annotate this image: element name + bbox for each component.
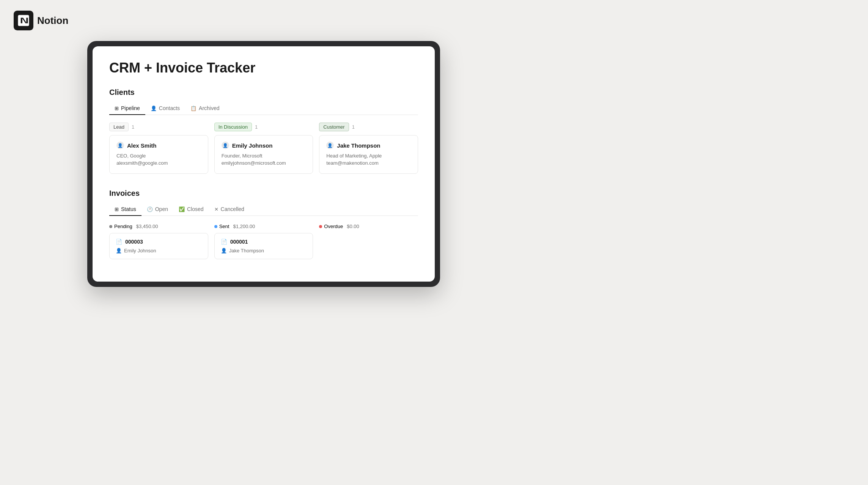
invoice-client-icon: 👤	[116, 248, 122, 254]
client-email-jake: team@makenotion.com	[326, 160, 411, 166]
column-lead-header: Lead 1	[109, 123, 208, 131]
device-frame: CRM + Invoice Tracker Clients ⊞ Pipeline…	[87, 41, 440, 287]
app-name: Notion	[37, 15, 68, 27]
pending-status-badge: Pending	[109, 224, 132, 229]
clients-tabs: ⊞ Pipeline 👤 Contacts 📋 Archived	[109, 102, 418, 115]
tab-pipeline-label: Pipeline	[121, 105, 140, 111]
invoice-tab-cancelled[interactable]: ✕ Cancelled	[209, 203, 250, 216]
invoice-tab-open-label: Open	[155, 206, 168, 212]
column-lead-label: Lead	[109, 123, 129, 131]
overdue-status-badge: Overdue	[319, 224, 343, 229]
contacts-tab-icon: 👤	[151, 106, 157, 111]
invoice-card-000003[interactable]: 📄 000003 👤 Emily Johnson	[109, 233, 208, 259]
pipeline-columns: Lead 1 👤 Alex Smith CEO, Google alexsmit…	[109, 123, 418, 174]
invoices-section-title: Invoices	[109, 189, 418, 198]
invoice-columns: Pending $3,450.00 📄 000003 👤 Emily	[109, 224, 418, 259]
archived-tab-icon: 📋	[190, 106, 197, 111]
client-name-emily: 👤 Emily Johnson	[222, 142, 306, 149]
column-customer: Customer 1 👤 Jake Thompson Head of Marke…	[319, 123, 418, 174]
sent-status-badge: Sent	[214, 224, 230, 229]
client-title-jake: Head of Marketing, Apple	[326, 153, 411, 159]
invoice-card-000001[interactable]: 📄 000001 👤 Jake Thompson	[214, 233, 313, 259]
client-avatar-emily: 👤	[222, 142, 229, 149]
pending-column-header: Pending $3,450.00	[109, 224, 208, 229]
invoices-section: Invoices ⊞ Status 🕐 Open ✅ Closed	[109, 189, 418, 259]
clients-section-title: Clients	[109, 88, 418, 97]
column-discussion-count: 1	[255, 124, 258, 130]
column-customer-header: Customer 1	[319, 123, 418, 131]
pending-status-label: Pending	[114, 224, 132, 229]
invoice-column-overdue: Overdue $0.00	[319, 224, 418, 259]
overdue-amount: $0.00	[347, 224, 359, 229]
pipeline-tab-icon: ⊞	[115, 106, 119, 111]
overdue-column-header: Overdue $0.00	[319, 224, 418, 229]
tab-contacts[interactable]: 👤 Contacts	[145, 102, 185, 115]
invoice-client-emily: 👤 Emily Johnson	[116, 248, 202, 254]
client-card-jake[interactable]: 👤 Jake Thompson Head of Marketing, Apple…	[319, 135, 418, 174]
client-name-alex: 👤 Alex Smith	[116, 142, 201, 149]
tab-archived-label: Archived	[199, 105, 219, 111]
status-tab-icon: ⊞	[115, 206, 119, 212]
sent-amount: $1,200.00	[233, 224, 255, 229]
notion-logo: Notion	[0, 0, 82, 41]
tab-contacts-label: Contacts	[159, 105, 180, 111]
invoice-tab-open[interactable]: 🕐 Open	[142, 203, 173, 216]
invoice-tab-status-label: Status	[121, 206, 136, 212]
column-customer-label: Customer	[319, 123, 349, 131]
client-avatar-alex: 👤	[116, 142, 124, 149]
invoice-tab-status[interactable]: ⊞ Status	[109, 203, 142, 216]
client-title-alex: CEO, Google	[116, 153, 201, 159]
closed-tab-icon: ✅	[179, 206, 185, 212]
client-card-alex[interactable]: 👤 Alex Smith CEO, Google alexsmith@googl…	[109, 135, 208, 174]
clients-section: Clients ⊞ Pipeline 👤 Contacts 📋 Archived	[109, 88, 418, 174]
client-title-emily: Founder, Microsoft	[222, 153, 306, 159]
column-lead-count: 1	[132, 124, 134, 130]
pending-status-dot	[109, 225, 112, 228]
invoice-number-000003: 📄 000003	[116, 239, 202, 245]
invoice-tabs: ⊞ Status 🕐 Open ✅ Closed ✕ Cancelled	[109, 203, 418, 216]
column-customer-count: 1	[352, 124, 355, 130]
device-screen: CRM + Invoice Tracker Clients ⊞ Pipeline…	[93, 46, 435, 282]
invoice-client-jake: 👤 Jake Thompson	[221, 248, 307, 254]
main-content: CRM + Invoice Tracker Clients ⊞ Pipeline…	[93, 46, 435, 273]
tab-pipeline[interactable]: ⊞ Pipeline	[109, 102, 145, 115]
client-avatar-jake: 👤	[326, 142, 334, 149]
client-card-emily[interactable]: 👤 Emily Johnson Founder, Microsoft emily…	[214, 135, 313, 174]
invoice-client-icon-2: 👤	[221, 248, 227, 254]
sent-status-label: Sent	[219, 224, 230, 229]
overdue-status-dot	[319, 225, 322, 228]
invoice-tab-closed-label: Closed	[187, 206, 204, 212]
pending-amount: $3,450.00	[136, 224, 158, 229]
invoice-tab-cancelled-label: Cancelled	[221, 206, 244, 212]
invoice-column-pending: Pending $3,450.00 📄 000003 👤 Emily	[109, 224, 208, 259]
client-name-jake: 👤 Jake Thompson	[326, 142, 411, 149]
column-lead: Lead 1 👤 Alex Smith CEO, Google alexsmit…	[109, 123, 208, 174]
tab-archived[interactable]: 📋 Archived	[185, 102, 225, 115]
sent-status-dot	[214, 225, 217, 228]
notion-logo-icon	[14, 11, 33, 30]
invoice-doc-icon-2: 📄	[221, 239, 227, 245]
client-email-emily: emilyjohnson@microsoft.com	[222, 160, 306, 166]
invoice-doc-icon: 📄	[116, 239, 122, 245]
open-tab-icon: 🕐	[147, 206, 153, 212]
column-in-discussion: In Discussion 1 👤 Emily Johnson Founder,…	[214, 123, 313, 174]
invoice-column-sent: Sent $1,200.00 📄 000001 👤 Jake Tho	[214, 224, 313, 259]
cancelled-tab-icon: ✕	[214, 206, 219, 212]
client-email-alex: alexsmith@google.com	[116, 160, 201, 166]
invoice-tab-closed[interactable]: ✅ Closed	[173, 203, 209, 216]
column-discussion-label: In Discussion	[214, 123, 252, 131]
sent-column-header: Sent $1,200.00	[214, 224, 313, 229]
overdue-status-label: Overdue	[324, 224, 343, 229]
invoice-number-000001: 📄 000001	[221, 239, 307, 245]
page-title: CRM + Invoice Tracker	[109, 60, 418, 76]
column-discussion-header: In Discussion 1	[214, 123, 313, 131]
